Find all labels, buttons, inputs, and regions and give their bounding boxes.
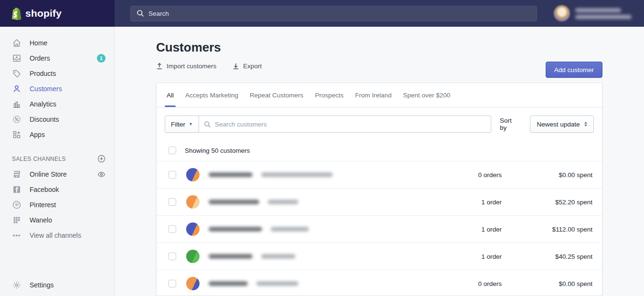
total-spent: $112.00 spent [502,226,602,233]
sort-arrows-icon [584,122,587,127]
shopify-bag-icon [11,7,22,20]
add-customer-button[interactable]: Add customer [546,62,602,78]
tab-from-ireland[interactable]: From Ireland [351,83,396,107]
customer-avatar [186,168,200,181]
customer-table: 0 orders $0.00 spent 1 order $52.20 spen… [157,161,602,296]
row-checkbox[interactable] [169,171,176,179]
total-spent: $52.20 spent [502,199,602,206]
gear-icon [12,281,21,289]
customer-name-redacted [209,281,430,286]
customer-tabs: All Accepts Marketing Repeat Customers P… [157,83,602,107]
sidebar-item-orders[interactable]: Orders 1 [0,51,114,66]
shopify-logo[interactable]: shopify [0,0,115,27]
customer-avatar [186,195,200,209]
sidebar-item-label: Pinterest [30,201,56,209]
discount-icon [12,115,21,124]
tab-spent-over-200[interactable]: Spent over $200 [399,83,454,107]
sidebar-item-discounts[interactable]: Discounts [0,112,114,127]
filter-bar: Filter ▼ Sort by Newest update [157,107,602,133]
import-icon [156,63,163,70]
sidebar: Home Orders 1 Products [0,27,115,296]
sidebar-item-label: Wanelo [30,216,52,224]
customer-search-input[interactable] [215,121,486,128]
row-checkbox[interactable] [169,225,176,233]
sidebar-item-wanelo[interactable]: Wanelo [0,212,114,228]
tab-accepts-marketing[interactable]: Accepts Marketing [181,83,242,107]
row-checkbox[interactable] [169,280,176,287]
sidebar-item-label: Discounts [30,116,59,123]
row-checkbox[interactable] [169,253,176,260]
sort-select[interactable]: Newest update [530,116,594,133]
sidebar-item-facebook[interactable]: Facebook [0,182,114,197]
table-row[interactable]: 0 orders $0.00 spent [157,161,602,188]
tab-prospects[interactable]: Prospects [311,83,348,107]
user-name-redacted [575,8,632,19]
sidebar-item-view-all-channels[interactable]: ••• View all channels [0,228,114,243]
wanelo-icon [12,216,21,224]
orders-count: 1 order [430,253,502,260]
table-row[interactable]: 1 order $40.25 spent [157,243,602,270]
customer-name-redacted [209,254,430,259]
search-icon [137,10,144,17]
sidebar-item-customers[interactable]: Customers [0,81,114,96]
user-avatar [554,5,570,21]
global-search-placeholder: Search [148,10,169,17]
total-spent: $40.25 spent [502,253,602,260]
customer-name-redacted [209,227,430,232]
table-row[interactable]: 1 order $52.20 spent [157,188,602,215]
sidebar-item-label: Facebook [30,186,59,193]
sidebar-item-apps[interactable]: Apps [0,127,114,142]
import-customers-button[interactable]: Import customers [156,63,216,70]
home-icon [12,39,21,47]
customer-avatar [186,222,200,236]
customer-search-box [199,116,491,133]
shopify-wordmark: shopify [25,8,62,19]
sidebar-item-label: View all channels [30,232,81,239]
sidebar-item-label: Analytics [30,100,56,108]
sidebar-item-online-store[interactable]: Online Store [0,167,114,182]
export-button[interactable]: Export [232,63,262,70]
main-content: Customers Import customers Export [115,27,644,296]
page-title: Customers [156,40,602,55]
sidebar-item-label: Settings [30,281,54,289]
ellipsis-icon: ••• [12,232,21,239]
user-menu[interactable] [554,5,632,21]
search-icon [204,121,211,128]
person-icon [12,85,21,93]
add-channel-icon[interactable] [97,155,106,163]
orders-count: 1 order [430,199,502,206]
global-search-input[interactable]: Search [130,6,537,21]
table-row[interactable]: 1 order $112.00 spent [157,215,602,243]
total-spent: $0.00 spent [502,171,602,179]
row-checkbox[interactable] [169,198,176,206]
table-row[interactable]: 0 orders $0.00 spent [157,270,602,296]
orders-count: 0 orders [430,280,502,287]
facebook-icon [12,185,21,194]
bar-chart-icon [12,100,21,108]
sidebar-item-products[interactable]: Products [0,66,114,81]
topbar: shopify Search [0,0,644,27]
storefront-icon [12,170,21,179]
export-icon [232,63,239,70]
sidebar-item-label: Customers [30,85,62,93]
total-spent: $0.00 spent [502,280,602,287]
select-all-checkbox[interactable] [169,147,176,154]
sidebar-item-pinterest[interactable]: Pinterest [0,197,114,212]
sidebar-item-label: Products [30,70,56,77]
orders-count: 1 order [430,226,502,233]
tab-all[interactable]: All [163,83,178,107]
orders-icon [12,54,21,63]
sales-channels-header: SALES CHANNELS [12,155,106,163]
sidebar-item-label: Apps [30,131,45,138]
view-store-eye-icon[interactable] [97,170,106,179]
filter-button[interactable]: Filter ▼ [165,116,199,133]
sidebar-item-settings[interactable]: Settings [0,274,114,296]
customer-avatar [186,277,200,290]
tab-repeat-customers[interactable]: Repeat Customers [246,83,307,107]
sidebar-item-label: Orders [30,54,50,62]
orders-count: 0 orders [430,171,502,179]
sidebar-item-home[interactable]: Home [0,35,114,51]
customer-name-redacted [209,200,430,204]
sidebar-item-analytics[interactable]: Analytics [0,96,114,112]
orders-count-badge: 1 [97,54,106,63]
